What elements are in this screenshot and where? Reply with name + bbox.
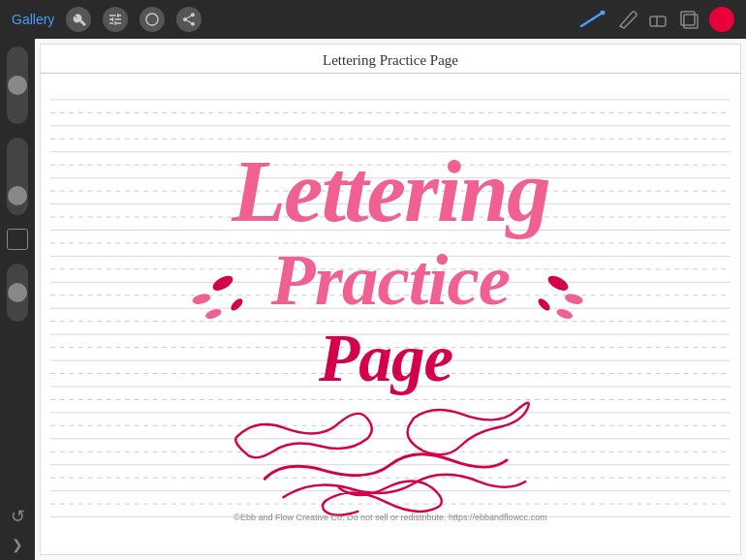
practice-page: Lettering Practice Page xyxy=(40,44,741,555)
page-title: Lettering Practice Page xyxy=(41,45,740,74)
svg-point-46 xyxy=(564,292,584,305)
slider-thumb-3 xyxy=(8,283,27,302)
svg-rect-5 xyxy=(684,15,698,28)
canvas-area: Lettering Practice Page xyxy=(35,39,746,560)
svg-text:Page: Page xyxy=(318,321,453,395)
svg-line-0 xyxy=(581,13,603,26)
svg-text:Practice: Practice xyxy=(270,239,510,320)
svg-rect-4 xyxy=(681,12,695,25)
flow-slider[interactable] xyxy=(7,264,28,322)
page-footer: ©Ebb and Flow Creative Co. Do not sell o… xyxy=(41,513,740,522)
brush-size-slider[interactable] xyxy=(7,47,28,124)
toolbar-left: Gallery xyxy=(12,7,202,32)
square-tool[interactable] xyxy=(7,229,28,250)
slider-thumb xyxy=(8,76,27,95)
smudge-icon[interactable] xyxy=(140,7,165,32)
svg-text:Lettering: Lettering xyxy=(231,142,549,240)
svg-rect-2 xyxy=(650,16,666,26)
layers-icon[interactable] xyxy=(678,9,699,30)
svg-point-43 xyxy=(191,292,211,305)
more-button[interactable]: ❯ xyxy=(12,537,23,552)
color-picker[interactable] xyxy=(709,7,734,32)
slider-thumb-2 xyxy=(8,186,27,205)
lettering-svg: Lettering Practice Page xyxy=(41,74,740,530)
svg-point-42 xyxy=(210,273,235,295)
undo-button[interactable]: ↺ xyxy=(11,506,25,527)
adjustments-icon[interactable] xyxy=(103,7,128,32)
svg-point-47 xyxy=(536,296,551,312)
toolbar-right xyxy=(579,7,734,32)
sidebar: ↺ ❯ xyxy=(0,39,35,560)
calligraphy-icon[interactable] xyxy=(616,9,637,30)
share-icon[interactable] xyxy=(176,7,202,32)
gallery-button[interactable]: Gallery xyxy=(12,12,54,27)
wrench-icon[interactable] xyxy=(66,7,91,32)
pen-tool-icon[interactable] xyxy=(579,11,606,28)
svg-point-45 xyxy=(545,273,571,295)
eraser-icon[interactable] xyxy=(647,9,668,30)
svg-point-48 xyxy=(204,307,223,321)
toolbar: Gallery xyxy=(0,0,746,39)
svg-point-44 xyxy=(229,296,244,312)
opacity-slider[interactable] xyxy=(7,138,28,215)
svg-point-49 xyxy=(555,307,574,321)
lined-area: Lettering Practice Page xyxy=(41,74,740,530)
